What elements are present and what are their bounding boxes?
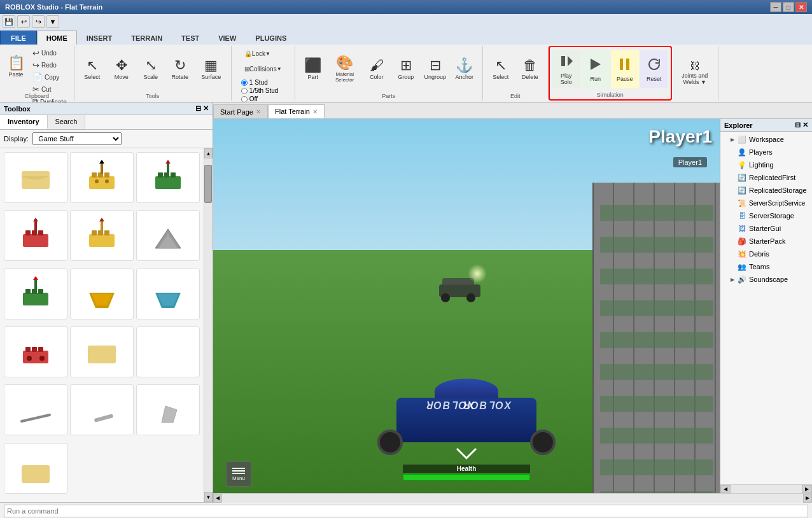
explorer-scroll-right[interactable]: ▶: [802, 485, 812, 493]
tab-file[interactable]: FILE: [0, 31, 37, 45]
list-item[interactable]: [70, 210, 134, 261]
part-button[interactable]: ⬛ Part: [299, 50, 327, 88]
tree-item-server-script[interactable]: ▶ 📜 ServerScriptService: [720, 197, 812, 209]
svg-rect-7: [92, 172, 97, 178]
move-tool-button[interactable]: ✥ Move: [108, 50, 136, 88]
viewport-canvas[interactable]: Player1 Player1: [213, 119, 720, 493]
tab-test[interactable]: TEST: [172, 31, 209, 45]
play-solo-button[interactable]: PlaySolo: [552, 50, 580, 88]
soundscape-expand-arrow[interactable]: ▶: [731, 277, 737, 283]
group-icon: ⊞: [400, 59, 412, 73]
redo-quick-btn[interactable]: ↪: [32, 15, 45, 28]
list-item[interactable]: [70, 152, 134, 203]
tree-item-replicated-storage[interactable]: ▶ 🔄 ReplicatedStorage: [720, 184, 812, 197]
tree-item-lighting[interactable]: ▶ 💡 Lighting: [720, 158, 812, 171]
color-button[interactable]: 🖌 Color: [363, 50, 391, 88]
list-item[interactable]: [4, 443, 67, 494]
tab-flat-terrain[interactable]: Flat Terrain ✕: [268, 104, 325, 118]
reset-button[interactable]: Reset: [640, 50, 668, 88]
maximize-button[interactable]: □: [783, 2, 794, 12]
toolbox-pop-out-btn[interactable]: ⊟: [195, 104, 201, 113]
tab-start-page[interactable]: Start Page ✕: [213, 104, 268, 118]
scale-tool-button[interactable]: ⤡ Scale: [137, 50, 165, 88]
menu-button[interactable]: Menu: [226, 461, 251, 487]
tree-item-starter-gui[interactable]: ▶ 🖼 StarterGui: [720, 222, 812, 235]
flat-terrain-close-icon[interactable]: ✕: [312, 108, 318, 115]
command-input[interactable]: [4, 505, 808, 517]
explorer-pop-out-btn[interactable]: ⊟: [795, 121, 801, 129]
list-item[interactable]: [4, 152, 67, 203]
paste-button[interactable]: 📋 Paste: [4, 47, 28, 87]
list-item[interactable]: [70, 326, 134, 377]
stud-off-option[interactable]: Off: [241, 95, 279, 102]
list-item[interactable]: [70, 384, 134, 435]
pause-button[interactable]: Pause: [611, 50, 639, 88]
redo-button[interactable]: ↪ Redo: [29, 59, 70, 71]
workspace-expand-arrow[interactable]: ▶: [731, 137, 737, 143]
tree-item-soundscape[interactable]: ▶ 🔊 Soundscape: [720, 273, 812, 286]
stud-1-option[interactable]: 1 Stud: [241, 79, 279, 86]
undo-button[interactable]: ↩ Undo: [29, 47, 70, 59]
tab-home[interactable]: HOME: [37, 31, 77, 45]
list-item[interactable]: [4, 210, 67, 261]
ungroup-button[interactable]: ⊟ Ungroup: [421, 50, 449, 88]
tab-terrain[interactable]: TERRAIN: [122, 31, 172, 45]
list-item[interactable]: [70, 269, 134, 319]
explorer-scroll-left[interactable]: ◀: [720, 485, 731, 493]
delete-button[interactable]: 🗑 Delete: [516, 50, 544, 88]
scroll-thumb[interactable]: [204, 165, 212, 203]
toolbox-header: Toolbox ⊟ ✕: [0, 102, 213, 115]
stud-15-option[interactable]: 1/5th Stud: [241, 87, 279, 94]
tree-item-starter-pack[interactable]: ▶ 🎒 StarterPack: [720, 235, 812, 248]
close-button[interactable]: ✕: [795, 2, 807, 12]
tab-search[interactable]: Search: [48, 115, 86, 129]
joints-welds-button[interactable]: ⛓ Joints andWelds ▼: [676, 53, 714, 93]
tree-item-server-storage[interactable]: ▶ 🗄 ServerStorage: [720, 209, 812, 222]
scroll-up-arrow[interactable]: ▲: [204, 148, 213, 158]
run-button[interactable]: Run: [582, 50, 610, 88]
anchor-button[interactable]: ⚓ Anchor: [451, 50, 479, 88]
list-item[interactable]: [4, 269, 67, 319]
list-item[interactable]: [136, 326, 200, 377]
hscroll-left-arrow[interactable]: ◀: [213, 494, 222, 503]
tree-item-debris[interactable]: ▶ 💥 Debris: [720, 248, 812, 260]
group-button[interactable]: ⊞ Group: [392, 50, 420, 88]
hscroll-right-arrow[interactable]: ▶: [803, 494, 812, 503]
settings-quick-btn[interactable]: ▼: [46, 15, 59, 28]
list-item[interactable]: [136, 210, 200, 261]
tree-item-players[interactable]: ▶ 👤 Players: [720, 146, 812, 158]
edit-select-button[interactable]: ↖ Select: [487, 50, 515, 88]
list-item[interactable]: [136, 152, 200, 203]
scroll-down-arrow[interactable]: ▼: [204, 492, 213, 502]
svg-rect-0: [561, 56, 565, 66]
list-item[interactable]: [136, 384, 200, 435]
select-tool-button[interactable]: ↖ Select: [78, 50, 106, 88]
tab-plugins[interactable]: PLUGINS: [246, 31, 296, 45]
lock-button[interactable]: 🔒 Lock ▼: [241, 47, 274, 60]
copy-button[interactable]: 📄 Copy: [29, 71, 70, 83]
tree-item-teams[interactable]: ▶ 👥 Teams: [720, 260, 812, 273]
tree-item-workspace[interactable]: ▶ ⬜ Workspace: [720, 133, 812, 146]
rotate-tool-button[interactable]: ↻ Rotate: [166, 50, 194, 88]
save-quick-btn[interactable]: 💾: [3, 15, 15, 28]
surface-tool-button[interactable]: ▦ Surface: [195, 50, 227, 88]
toolbox-close-btn[interactable]: ✕: [203, 104, 209, 113]
list-item[interactable]: [4, 326, 67, 377]
tab-insert[interactable]: INSERT: [77, 31, 122, 45]
undo-quick-btn[interactable]: ↩: [17, 15, 30, 28]
list-item[interactable]: [4, 384, 67, 435]
start-page-close-icon[interactable]: ✕: [256, 108, 261, 115]
minimize-button[interactable]: ─: [770, 2, 781, 12]
collisions-button[interactable]: ⊞ Collisions ▼: [241, 62, 285, 75]
svg-line-52: [22, 415, 50, 421]
viewport-tabs: Start Page ✕ Flat Terrain ✕: [213, 102, 812, 119]
explorer-close-btn[interactable]: ✕: [802, 121, 808, 129]
svg-rect-51: [158, 344, 178, 360]
tree-item-replicated-first[interactable]: ▶ 🔄 ReplicatedFirst: [720, 171, 812, 184]
tab-inventory[interactable]: Inventory: [0, 115, 48, 129]
material-selector-button[interactable]: 🎨 Material Selector: [328, 50, 361, 88]
display-selector[interactable]: Game StuffMy ModelsFree ModelsRecent: [32, 132, 122, 145]
list-item[interactable]: [136, 269, 200, 319]
tab-view[interactable]: VIEW: [209, 31, 246, 45]
svg-rect-14: [155, 176, 181, 189]
